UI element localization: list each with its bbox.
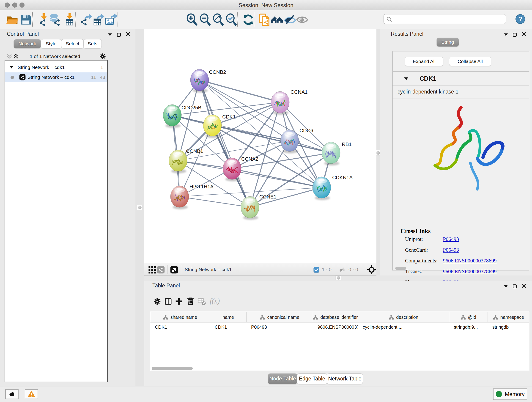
table-splitter-handle[interactable]	[336, 275, 341, 280]
export-network-icon[interactable]	[80, 13, 92, 26]
table-panel: Table Panel f(x) shared namenamecanonica…	[144, 281, 532, 386]
tab-style[interactable]: Style	[41, 39, 61, 48]
table-cell[interactable]: 9606.ENSP00000378699	[313, 322, 358, 332]
node-table[interactable]: shared namenamecanonical namedatabase id…	[150, 312, 529, 371]
hidden-eye-icon	[339, 267, 346, 273]
memory-label: Memory	[505, 391, 525, 397]
help-icon[interactable]: ?	[515, 14, 526, 24]
warnings-button[interactable]	[25, 389, 38, 399]
toolbar-separator	[254, 12, 254, 27]
toolbar-separator	[32, 12, 33, 27]
import-table-icon[interactable]	[62, 13, 75, 26]
column-header-name[interactable]: name	[210, 313, 247, 322]
delete-column-icon[interactable]	[186, 297, 195, 306]
import-database-icon[interactable]	[49, 13, 62, 26]
fit-selection-crosshair-icon[interactable]	[367, 265, 376, 274]
table-cell[interactable]: stringdb	[488, 322, 529, 332]
column-header-canonical-name[interactable]: canonical name	[247, 313, 313, 322]
network-list-header: 1 of 1 Network selected	[0, 52, 135, 61]
separator	[336, 265, 336, 274]
show-all-icon[interactable]	[296, 13, 309, 26]
column-label: @id	[468, 315, 476, 320]
node-label-CCNA1: CCNA1	[291, 89, 308, 95]
close-panel-icon[interactable]	[522, 283, 526, 289]
network-options-gear-icon[interactable]	[99, 53, 106, 60]
table-cell[interactable]: cyclin-dependent ...	[358, 322, 449, 332]
hide-selected-icon[interactable]	[284, 13, 297, 26]
table-cell[interactable]: CDK1	[150, 322, 210, 332]
selected-checkbox-icon[interactable]	[313, 267, 319, 273]
column-header-namespace[interactable]: namespace	[488, 313, 529, 322]
node-label-CDC25B: CDC25B	[181, 105, 201, 110]
cloud-button[interactable]	[5, 389, 19, 399]
network-collection-row[interactable]: String Network – cdk1 1	[5, 63, 107, 72]
collapse-collection-icon[interactable]	[10, 66, 13, 68]
zoom-in-icon[interactable]	[186, 13, 198, 26]
open-session-icon[interactable]	[6, 13, 19, 26]
table-options-gear-icon[interactable]	[153, 297, 161, 306]
gene-card-header[interactable]: CDK1	[393, 72, 529, 85]
column-header-description[interactable]: description	[358, 313, 449, 322]
column-header-shared-name[interactable]: shared name	[150, 313, 210, 322]
node-label-CCNB2: CCNB2	[209, 69, 226, 75]
tab-sets[interactable]: Sets	[84, 39, 101, 48]
tab-edge-table[interactable]: Edge Table	[297, 374, 327, 384]
save-session-icon[interactable]	[19, 13, 32, 26]
import-network-icon[interactable]	[37, 13, 50, 26]
zoom-selected-icon[interactable]	[225, 13, 238, 26]
crosslink-link[interactable]: 9606.ENSP00000378699	[443, 269, 497, 274]
detach-view-icon[interactable]	[170, 266, 178, 274]
table-cell[interactable]: stringdb:9...	[449, 322, 488, 332]
tab-network[interactable]: Network	[14, 39, 41, 48]
crosslink-link[interactable]: 9606.ENSP00000378699	[443, 258, 497, 264]
collapse-gene-icon[interactable]	[404, 77, 408, 80]
crosslink-link[interactable]: P06493	[443, 247, 459, 253]
search-input[interactable]	[384, 14, 506, 24]
results-hscrollbar[interactable]	[395, 267, 406, 270]
memory-button[interactable]: Memory	[493, 389, 527, 400]
expand-all-button[interactable]: Expand All	[405, 57, 443, 66]
network-thumbnail-icon[interactable]	[157, 266, 165, 274]
close-panel-icon[interactable]	[522, 32, 526, 37]
tab-select[interactable]: Select	[61, 39, 84, 48]
close-panel-icon[interactable]	[126, 32, 130, 37]
table-cell[interactable]: P06493	[247, 322, 313, 332]
tab-node-table[interactable]: Node Table	[268, 374, 297, 384]
control-panel: Control Panel NetworkStyleSelectSets 1 o…	[0, 29, 135, 386]
column-header--id[interactable]: @id	[449, 313, 488, 322]
add-column-icon[interactable]	[175, 297, 183, 306]
tab-string[interactable]: String	[437, 38, 459, 46]
tab-network-table[interactable]: Network Table	[327, 374, 363, 384]
shared-column-tree-icon	[313, 315, 318, 320]
birdseye-grid-icon[interactable]	[148, 266, 156, 274]
float-panel-icon[interactable]	[504, 285, 508, 288]
network-row-selected[interactable]: String Network – cdk1 11 48	[5, 72, 107, 82]
node-label-CCNB1: CCNB1	[186, 148, 203, 154]
node-RB1	[322, 142, 340, 166]
shared-column-tree-icon	[260, 315, 265, 320]
network-canvas[interactable]: CCNB2CCNA1CDC25BCDK1CDC6RB1CCNB1CCNA2CDK…	[144, 29, 376, 264]
node-label-HIST1H1A: HIST1H1A	[190, 184, 214, 190]
maximize-panel-icon[interactable]	[513, 284, 517, 288]
string-protein-query-icon[interactable]	[271, 13, 284, 26]
export-table-icon[interactable]	[92, 13, 104, 26]
collapse-all-button[interactable]: Collapse All	[449, 57, 491, 66]
export-image-icon[interactable]	[105, 13, 118, 26]
edge-HIST1H1A-CCNE1	[180, 197, 250, 207]
warning-icon	[28, 390, 35, 398]
clone-network-icon[interactable]	[258, 13, 271, 26]
maximize-panel-icon[interactable]	[117, 33, 121, 37]
table-hscrollbar[interactable]	[152, 367, 193, 370]
crosslink-link[interactable]: P06493	[443, 236, 459, 242]
table-cell[interactable]: CDK1	[210, 322, 247, 332]
apply-layout-icon[interactable]	[242, 13, 255, 26]
float-panel-icon[interactable]	[108, 33, 112, 36]
show-columns-icon[interactable]	[164, 297, 172, 306]
left-splitter-handle[interactable]	[137, 205, 143, 210]
zoom-fit-icon[interactable]	[212, 13, 225, 26]
table-row[interactable]: CDK1CDK1P064939606.ENSP00000378699cyclin…	[150, 322, 529, 332]
maximize-panel-icon[interactable]	[513, 33, 517, 37]
zoom-out-icon[interactable]	[199, 13, 212, 26]
float-panel-icon[interactable]	[504, 33, 508, 36]
column-header-database-identifier[interactable]: database identifier	[313, 313, 358, 322]
